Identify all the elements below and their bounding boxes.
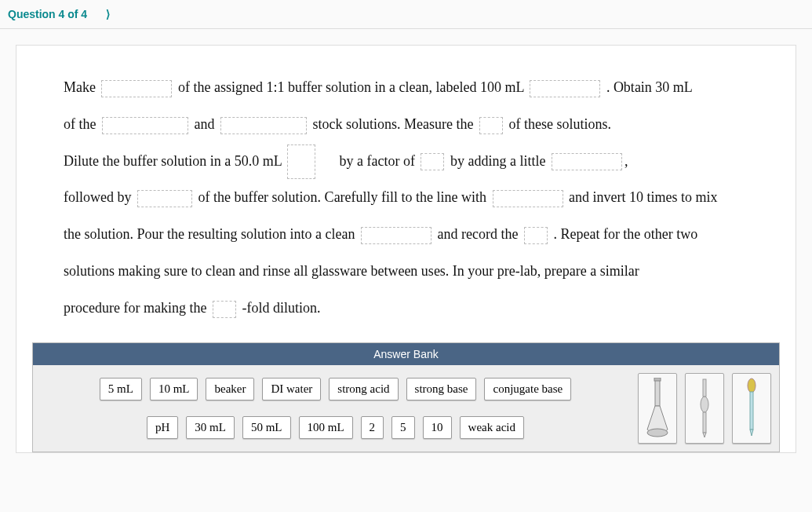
dropper-icon[interactable] <box>732 373 771 444</box>
answer-bank-images <box>638 373 771 444</box>
question-header: Question 4 of 4 ⟩ <box>0 0 812 29</box>
next-question-chevron[interactable]: ⟩ <box>106 8 110 20</box>
question-card: Make of the assigned 1:1 buffer solution… <box>16 45 796 453</box>
drop-slot[interactable] <box>421 153 444 170</box>
drop-slot[interactable] <box>101 80 172 97</box>
drop-slot[interactable] <box>361 227 431 244</box>
drop-slot[interactable] <box>530 80 600 97</box>
answer-chip[interactable]: 5 <box>391 416 415 439</box>
fill-in-passage: Make of the assigned 1:1 buffer solution… <box>64 69 748 327</box>
passage-text: by a factor of <box>339 153 414 169</box>
answer-chip[interactable]: pH <box>147 416 178 439</box>
answer-bank: Answer Bank 5 mL 10 mL beaker DI water s… <box>32 342 780 452</box>
volumetric-flask-icon[interactable] <box>638 373 677 444</box>
answer-chip[interactable]: strong acid <box>329 378 398 400</box>
answer-chip[interactable]: beaker <box>206 378 254 400</box>
passage-text: -fold dilution. <box>242 300 320 316</box>
passage-text: by adding a little <box>450 153 545 169</box>
svg-rect-8 <box>750 392 753 430</box>
drop-slot-image[interactable] <box>287 144 315 179</box>
answer-chip[interactable]: 2 <box>361 416 384 439</box>
passage-text: Make <box>64 79 96 95</box>
passage-text: solutions making sure to clean and rinse… <box>64 263 639 279</box>
passage-text: followed by <box>64 189 131 205</box>
answer-chip[interactable]: strong base <box>406 378 477 400</box>
drop-slot[interactable] <box>524 227 548 244</box>
passage-text: and invert 10 times to mix <box>569 189 717 205</box>
svg-point-4 <box>701 397 708 412</box>
answer-bank-title: Answer Bank <box>33 343 779 365</box>
answer-chip[interactable]: 10 mL <box>150 378 198 400</box>
passage-text: , <box>624 153 628 169</box>
drop-slot[interactable] <box>493 190 563 207</box>
drop-slot[interactable] <box>137 190 192 207</box>
drop-slot[interactable] <box>213 301 236 318</box>
pipette-icon[interactable] <box>685 373 724 444</box>
passage-text: . Obtain 30 mL <box>606 79 693 95</box>
answer-chip[interactable]: 5 mL <box>100 378 142 400</box>
passage-text: procedure for making the <box>64 300 206 316</box>
svg-rect-0 <box>655 379 660 406</box>
question-label: Question 4 of 4 <box>8 8 87 20</box>
svg-point-7 <box>748 379 756 393</box>
passage-text: stock solutions. Measure the <box>312 116 473 132</box>
svg-marker-9 <box>750 430 753 436</box>
answer-chip[interactable]: 10 <box>423 416 452 439</box>
passage-text: and <box>194 116 214 132</box>
svg-rect-2 <box>654 378 661 381</box>
drop-slot[interactable] <box>220 117 307 134</box>
drop-slot[interactable] <box>102 117 188 134</box>
answer-bank-row: pH 30 mL 50 mL 100 mL 2 5 10 weak acid <box>41 416 630 439</box>
passage-text: and record the <box>437 226 518 242</box>
answer-chip[interactable]: DI water <box>262 378 321 400</box>
drop-slot[interactable] <box>479 117 503 134</box>
drop-slot[interactable] <box>552 153 622 170</box>
answer-chip[interactable]: 30 mL <box>186 416 235 439</box>
passage-text: the solution. Pour the resulting solutio… <box>64 226 355 242</box>
svg-rect-5 <box>703 412 706 433</box>
answer-bank-row: 5 mL 10 mL beaker DI water strong acid s… <box>41 378 630 400</box>
passage-text: of the <box>64 116 96 132</box>
answer-chip[interactable]: conjugate base <box>484 378 571 400</box>
answer-chip[interactable]: weak acid <box>460 416 524 439</box>
answer-chip[interactable]: 50 mL <box>242 416 291 439</box>
svg-rect-3 <box>703 379 706 397</box>
svg-marker-6 <box>703 433 706 437</box>
svg-point-1 <box>647 429 668 437</box>
passage-text: Dilute the buffer solution in a 50.0 mL <box>64 153 282 169</box>
answer-chip[interactable]: 100 mL <box>299 416 353 439</box>
passage-text: of the buffer solution. Carefully fill t… <box>198 189 486 205</box>
passage-text: of these solutions. <box>508 116 611 132</box>
passage-text: . Repeat for the other two <box>553 226 697 242</box>
passage-text: of the assigned 1:1 buffer solution in a… <box>178 79 524 95</box>
